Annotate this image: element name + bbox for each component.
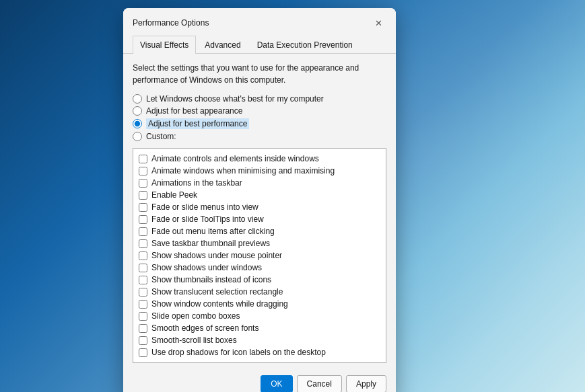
- tab-visual-effects[interactable]: Visual Effects: [133, 36, 196, 54]
- checkbox-thumbnails-icons-label: Show thumbnails instead of icons: [151, 275, 271, 284]
- checkbox-fade-slide-tooltips-label: Fade or slide ToolTips into view: [151, 214, 264, 224]
- description-text: Select the settings that you want to use…: [133, 62, 386, 86]
- checkbox-smooth-scroll-input[interactable]: [139, 336, 147, 345]
- radio-best-appearance[interactable]: Adjust for best appearance: [133, 106, 386, 116]
- checkbox-animate-controls-input[interactable]: [139, 155, 147, 163]
- checkbox-drop-shadows-icons-input[interactable]: [139, 348, 147, 357]
- checkbox-enable-peek-input[interactable]: [139, 191, 147, 200]
- checkbox-smooth-edges[interactable]: Smooth edges of screen fonts: [136, 322, 383, 334]
- radio-best-performance-label: Adjust for best performance: [146, 118, 249, 129]
- checkbox-animate-windows[interactable]: Animate windows when minimising and maxi…: [136, 165, 383, 177]
- tab-content: Select the settings that you want to use…: [123, 54, 396, 370]
- checkbox-translucent-selection[interactable]: Show translucent selection rectangle: [136, 286, 383, 298]
- checkbox-window-contents-drag-input[interactable]: [139, 300, 147, 309]
- checkbox-drop-shadows-icons-label: Use drop shadows for icon labels on the …: [151, 348, 326, 357]
- checkbox-enable-peek-label: Enable Peek: [151, 190, 197, 200]
- checkbox-fade-out-menu[interactable]: Fade out menu items after clicking: [136, 225, 383, 237]
- checkbox-animate-controls[interactable]: Animate controls and elements inside win…: [136, 153, 383, 165]
- checkbox-animations-taskbar-label: Animations in the taskbar: [151, 178, 242, 188]
- checkbox-drop-shadows-icons[interactable]: Use drop shadows for icon labels on the …: [136, 346, 383, 358]
- checkbox-enable-peek[interactable]: Enable Peek: [136, 189, 383, 201]
- radio-windows-choose-input[interactable]: [133, 94, 142, 104]
- radio-best-performance[interactable]: Adjust for best performance: [133, 118, 386, 129]
- close-button[interactable]: ✕: [370, 15, 386, 31]
- performance-options-dialog: Performance Options ✕ Visual Effects Adv…: [123, 8, 396, 392]
- checkbox-shadows-windows-input[interactable]: [139, 264, 147, 272]
- apply-button[interactable]: Apply: [346, 375, 386, 392]
- dialog-title: Performance Options: [133, 18, 209, 28]
- tab-advanced[interactable]: Advanced: [197, 36, 248, 54]
- radio-windows-choose-label: Let Windows choose what's best for my co…: [146, 94, 324, 104]
- checkbox-thumbnails-icons[interactable]: Show thumbnails instead of icons: [136, 274, 383, 286]
- checkbox-animations-taskbar-input[interactable]: [139, 179, 147, 188]
- radio-best-performance-input[interactable]: [133, 119, 142, 128]
- cancel-button[interactable]: Cancel: [297, 375, 342, 392]
- checkbox-window-contents-drag[interactable]: Show window contents while dragging: [136, 298, 383, 310]
- radio-best-appearance-input[interactable]: [133, 106, 142, 116]
- checkbox-slide-combo[interactable]: Slide open combo boxes: [136, 310, 383, 322]
- checkbox-save-taskbar-input[interactable]: [139, 239, 147, 248]
- checkbox-translucent-selection-label: Show translucent selection rectangle: [151, 287, 283, 297]
- radio-windows-choose[interactable]: Let Windows choose what's best for my co…: [133, 94, 386, 104]
- checkbox-smooth-edges-label: Smooth edges of screen fonts: [151, 323, 259, 333]
- checkbox-slide-combo-input[interactable]: [139, 312, 147, 321]
- checkbox-animate-controls-label: Animate controls and elements inside win…: [151, 154, 319, 163]
- checkbox-fade-slide-menus[interactable]: Fade or slide menus into view: [136, 201, 383, 213]
- checkbox-smooth-scroll[interactable]: Smooth-scroll list boxes: [136, 334, 383, 346]
- radio-custom[interactable]: Custom:: [133, 132, 386, 141]
- title-bar: Performance Options ✕: [123, 8, 396, 31]
- checkbox-animate-windows-label: Animate windows when minimising and maxi…: [151, 166, 335, 175]
- ok-button[interactable]: OK: [261, 375, 292, 392]
- checkbox-slide-combo-label: Slide open combo boxes: [151, 311, 240, 321]
- checkbox-animate-windows-input[interactable]: [139, 167, 147, 175]
- checkbox-shadows-mouse-label: Show shadows under mouse pointer: [151, 251, 282, 260]
- checkbox-list[interactable]: Animate controls and elements inside win…: [133, 148, 386, 363]
- checkbox-shadows-windows[interactable]: Show shadows under windows: [136, 262, 383, 274]
- checkbox-fade-out-menu-label: Fade out menu items after clicking: [151, 227, 275, 236]
- radio-custom-input[interactable]: [133, 132, 142, 141]
- radio-custom-label: Custom:: [146, 132, 176, 141]
- checkbox-save-taskbar[interactable]: Save taskbar thumbnail previews: [136, 237, 383, 249]
- checkbox-window-contents-drag-label: Show window contents while dragging: [151, 299, 288, 309]
- radio-best-appearance-label: Adjust for best appearance: [146, 106, 242, 116]
- tab-bar: Visual Effects Advanced Data Execution P…: [123, 31, 396, 54]
- checkbox-fade-slide-menus-input[interactable]: [139, 203, 147, 212]
- checkbox-fade-slide-tooltips[interactable]: Fade or slide ToolTips into view: [136, 213, 383, 225]
- checkbox-thumbnails-icons-input[interactable]: [139, 276, 147, 284]
- buttons-row: OK Cancel Apply: [123, 370, 396, 392]
- radio-group: Let Windows choose what's best for my co…: [133, 94, 386, 141]
- checkbox-smooth-scroll-label: Smooth-scroll list boxes: [151, 336, 237, 345]
- checkbox-smooth-edges-input[interactable]: [139, 324, 147, 333]
- checkbox-fade-slide-tooltips-input[interactable]: [139, 215, 147, 224]
- checkbox-shadows-mouse-input[interactable]: [139, 251, 147, 260]
- checkbox-animations-taskbar[interactable]: Animations in the taskbar: [136, 177, 383, 189]
- tab-dep[interactable]: Data Execution Prevention: [250, 36, 360, 54]
- checkbox-shadows-mouse[interactable]: Show shadows under mouse pointer: [136, 249, 383, 262]
- checkbox-fade-slide-menus-label: Fade or slide menus into view: [151, 202, 259, 212]
- checkbox-translucent-selection-input[interactable]: [139, 288, 147, 297]
- checkbox-fade-out-menu-input[interactable]: [139, 227, 147, 236]
- checkbox-save-taskbar-label: Save taskbar thumbnail previews: [151, 239, 270, 248]
- checkbox-shadows-windows-label: Show shadows under windows: [151, 263, 262, 272]
